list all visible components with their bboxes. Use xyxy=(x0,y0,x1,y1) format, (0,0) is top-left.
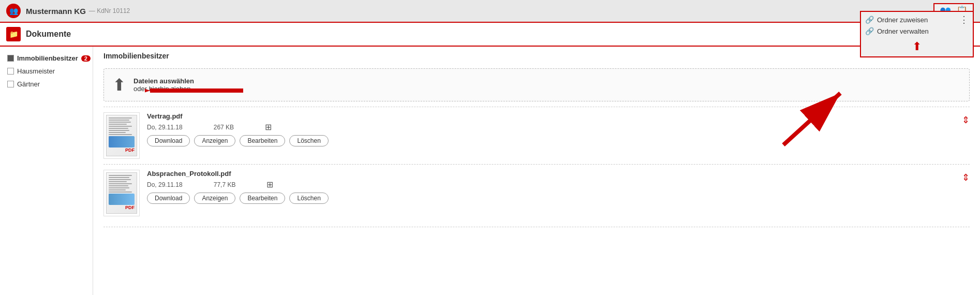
menu-dots-icon[interactable]: ⋮ xyxy=(959,14,969,25)
kdnr-label: — KdNr 10112 xyxy=(89,7,130,14)
menu-item-ordner-zuweisen[interactable]: 🔗 Ordner zuweisen xyxy=(865,14,969,25)
doc-date-1: Do, 29.11.18 xyxy=(147,124,183,131)
doc-date-2: Do, 29.11.18 xyxy=(147,181,183,188)
pdf-label-1: PDF xyxy=(125,148,135,153)
link-icon-1: 🔗 xyxy=(865,16,874,24)
sidebar: Immobilienbesitzer 2 Hausmeister Gärtner xyxy=(0,47,93,295)
sidebar-item-immobilienbesitzer[interactable]: Immobilienbesitzer 2 xyxy=(0,52,93,65)
bottom-divider xyxy=(103,227,970,227)
document-item-2: PDF Absprachen_Protokoll.pdf Do, 29.11.1… xyxy=(103,164,970,222)
doc-thumbnail-2: PDF xyxy=(103,170,140,216)
link-icon-2: 🔗 xyxy=(865,27,874,35)
sidebar-checkbox-2[interactable] xyxy=(7,68,14,75)
page-title: Dokumente xyxy=(26,30,71,39)
pdf-label-2: PDF xyxy=(125,205,135,210)
doc-delete-btn-2[interactable]: Löschen xyxy=(289,193,328,204)
sidebar-label-3: Gärtner xyxy=(17,80,40,88)
doc-actions-2: Download Anzeigen Bearbeiten Löschen xyxy=(147,193,955,204)
top-header: 👥 Mustermann KG — KdNr 10112 👥 📋 xyxy=(0,0,980,23)
user-avatar-icon: 👥 xyxy=(6,4,21,18)
menu-item-label-1: Ordner zuweisen xyxy=(877,16,928,24)
upload-zone-icon: ⬆ xyxy=(112,75,126,95)
doc-size-1: 267 KB xyxy=(214,124,234,131)
doc-download-btn-1[interactable]: Download xyxy=(147,135,190,146)
arrow-right-indicator xyxy=(773,88,856,152)
doc-thumbnail-1: PDF xyxy=(103,112,140,159)
sidebar-label-1: Immobilienbesitzer xyxy=(17,54,78,62)
doc-view-btn-2[interactable]: Anzeigen xyxy=(194,193,235,204)
doc-name-2: Absprachen_Protokoll.pdf xyxy=(147,170,955,178)
menu-item-ordner-verwalten[interactable]: 🔗 Ordner verwalten xyxy=(865,25,969,37)
main-content: Immobilienbesitzer 2 Hausmeister Gärtner xyxy=(0,47,980,295)
sidebar-item-gaertner[interactable]: Gärtner xyxy=(0,78,93,91)
sidebar-badge-1: 2 xyxy=(81,55,91,62)
sidebar-item-hausmeister[interactable]: Hausmeister xyxy=(0,65,93,78)
arrow-left-indicator xyxy=(145,78,248,105)
content-section-title: Immobilienbesitzer xyxy=(103,52,970,63)
sidebar-checkbox-1[interactable] xyxy=(7,55,14,62)
doc-delete-btn-1[interactable]: Löschen xyxy=(289,135,328,146)
doc-size-2: 77,7 KB xyxy=(214,181,236,188)
page-doc-icon: 📁 xyxy=(6,27,21,41)
svg-line-3 xyxy=(783,93,840,145)
sidebar-checkbox-3[interactable] xyxy=(7,81,14,87)
sidebar-label-2: Hausmeister xyxy=(17,67,55,75)
content-area: Immobilienbesitzer ⬆ Dateien auswählen o… xyxy=(93,47,980,295)
doc-download-btn-2[interactable]: Download xyxy=(147,193,190,204)
doc-copy-icon-2: ⊞ xyxy=(266,180,273,189)
menu-item-label-2: Ordner verwalten xyxy=(877,27,929,35)
doc-sort-icon-1: ⇕ xyxy=(962,114,970,126)
doc-meta-2: Do, 29.11.18 77,7 KB ⊞ xyxy=(147,180,955,189)
doc-edit-btn-1[interactable]: Bearbeiten xyxy=(240,135,285,146)
doc-sort-icon-2: ⇕ xyxy=(962,172,970,183)
doc-edit-btn-2[interactable]: Bearbeiten xyxy=(240,193,285,204)
doc-copy-icon-1: ⊞ xyxy=(265,122,272,132)
doc-view-btn-1[interactable]: Anzeigen xyxy=(194,135,235,146)
company-name: Mustermann KG xyxy=(26,7,86,16)
doc-info-2: Absprachen_Protokoll.pdf Do, 29.11.18 77… xyxy=(147,170,955,204)
page-header: 📁 Dokumente ⋮ 🔗 Ordner zuweisen 🔗 Ordner… xyxy=(0,23,980,47)
